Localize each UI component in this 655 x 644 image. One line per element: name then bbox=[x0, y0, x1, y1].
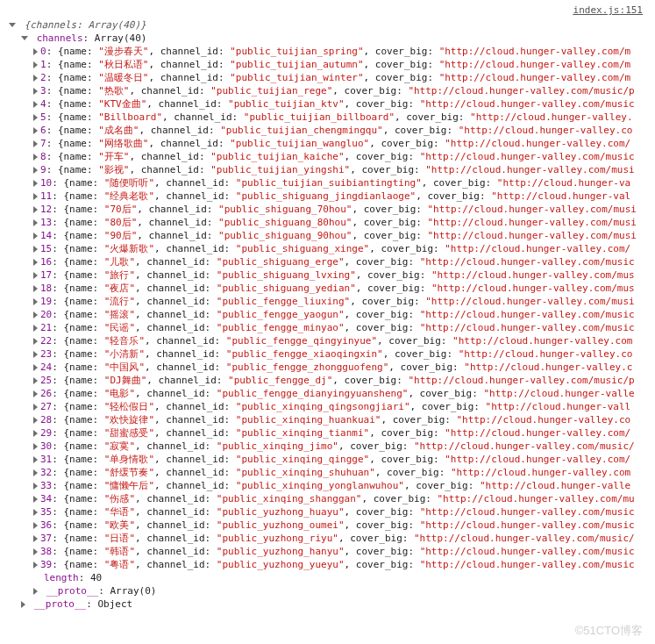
array-item-row[interactable]: 28: {name: "欢快旋律", channel_id: "public_x… bbox=[5, 413, 650, 426]
length-row: length: 40 bbox=[5, 571, 650, 584]
array-item-row[interactable]: 38: {name: "韩语", channel_id: "public_yuz… bbox=[5, 545, 650, 558]
expand-arrow-right-icon[interactable] bbox=[33, 88, 38, 95]
expand-arrow-right-icon[interactable] bbox=[33, 259, 38, 266]
array-item-row[interactable]: 5: {name: "Billboard", channel_id: "publ… bbox=[5, 111, 650, 124]
expand-arrow-right-icon[interactable] bbox=[21, 601, 25, 608]
expand-arrow-right-icon[interactable] bbox=[33, 75, 38, 82]
array-item-row[interactable]: 23: {name: "小清新", channel_id: "public_fe… bbox=[5, 347, 650, 361]
root-object-row[interactable]: {channels: Array(40)} bbox=[5, 18, 650, 32]
expand-arrow-down-icon[interactable] bbox=[21, 36, 28, 40]
expand-arrow-right-icon[interactable] bbox=[33, 535, 38, 542]
array-item-row[interactable]: 11: {name: "经典老歌", channel_id: "public_s… bbox=[5, 190, 650, 203]
expand-arrow-right-icon[interactable] bbox=[33, 206, 38, 213]
array-item-row[interactable]: 10: {name: "随便听听", channel_id: "public_t… bbox=[5, 176, 650, 190]
expand-arrow-right-icon[interactable] bbox=[33, 167, 38, 174]
array-item-row[interactable]: 39: {name: "粤语", channel_id: "public_yuz… bbox=[5, 558, 650, 571]
expand-arrow-right-icon[interactable] bbox=[33, 496, 38, 503]
expand-arrow-right-icon[interactable] bbox=[33, 588, 38, 595]
expand-arrow-down-icon[interactable] bbox=[9, 23, 16, 27]
expand-arrow-right-icon[interactable] bbox=[33, 285, 38, 292]
array-item-row[interactable]: 32: {name: "舒缓节奏", channel_id: "public_x… bbox=[5, 466, 650, 479]
proto-array-row[interactable]: __proto__: Array(0) bbox=[5, 584, 650, 597]
array-item-row[interactable]: 25: {name: "DJ舞曲", channel_id: "public_f… bbox=[5, 374, 650, 387]
array-item-row[interactable]: 15: {name: "火爆新歌", channel_id: "public_s… bbox=[5, 242, 650, 255]
expand-arrow-right-icon[interactable] bbox=[33, 233, 38, 240]
array-item-row[interactable]: 7: {name: "网络歌曲", channel_id: "public_tu… bbox=[5, 137, 650, 150]
array-item-row[interactable]: 21: {name: "民谣", channel_id: "public_fen… bbox=[5, 321, 650, 334]
expand-arrow-right-icon[interactable] bbox=[33, 351, 38, 358]
expand-arrow-right-icon[interactable] bbox=[33, 272, 38, 279]
array-item-row[interactable]: 12: {name: "70后", channel_id: "public_sh… bbox=[5, 203, 650, 216]
expand-arrow-right-icon[interactable] bbox=[33, 193, 38, 200]
expand-arrow-right-icon[interactable] bbox=[33, 456, 38, 463]
array-item-row[interactable]: 17: {name: "旅行", channel_id: "public_shi… bbox=[5, 268, 650, 282]
expand-arrow-right-icon[interactable] bbox=[33, 443, 38, 450]
expand-arrow-right-icon[interactable] bbox=[33, 548, 38, 555]
expand-arrow-right-icon[interactable] bbox=[33, 101, 38, 108]
expand-arrow-right-icon[interactable] bbox=[33, 377, 38, 384]
expand-arrow-right-icon[interactable] bbox=[33, 219, 38, 226]
array-item-row[interactable]: 30: {name: "寂寞", channel_id: "public_xin… bbox=[5, 440, 650, 453]
array-item-row[interactable]: 36: {name: "欧美", channel_id: "public_yuz… bbox=[5, 519, 650, 532]
array-item-row[interactable]: 24: {name: "中国风", channel_id: "public_fe… bbox=[5, 361, 650, 374]
array-item-row[interactable]: 29: {name: "甜蜜感受", channel_id: "public_x… bbox=[5, 426, 650, 440]
array-item-row[interactable]: 26: {name: "电影", channel_id: "public_fen… bbox=[5, 387, 650, 400]
array-item-row[interactable]: 27: {name: "轻松假日", channel_id: "public_x… bbox=[5, 400, 650, 413]
array-item-row[interactable]: 34: {name: "伤感", channel_id: "public_xin… bbox=[5, 492, 650, 505]
expand-arrow-right-icon[interactable] bbox=[33, 338, 38, 345]
expand-arrow-right-icon[interactable] bbox=[33, 127, 38, 134]
expand-arrow-right-icon[interactable] bbox=[33, 154, 38, 161]
expand-arrow-right-icon[interactable] bbox=[33, 562, 38, 569]
array-item-row[interactable]: 19: {name: "流行", channel_id: "public_fen… bbox=[5, 295, 650, 308]
array-item-row[interactable]: 16: {name: "儿歌", channel_id: "public_shi… bbox=[5, 255, 650, 268]
expand-arrow-right-icon[interactable] bbox=[33, 61, 38, 68]
channels-array-row[interactable]: channels: Array(40) bbox=[5, 32, 650, 45]
array-item-row[interactable]: 2: {name: "温暖冬日", channel_id: "public_tu… bbox=[5, 71, 650, 84]
expand-arrow-right-icon[interactable] bbox=[33, 48, 38, 55]
array-item-row[interactable]: 18: {name: "夜店", channel_id: "public_shi… bbox=[5, 282, 650, 295]
array-item-row[interactable]: 3: {name: "热歌", channel_id: "public_tuij… bbox=[5, 84, 650, 97]
source-link[interactable]: index.js:151 bbox=[5, 4, 650, 17]
array-item-row[interactable]: 1: {name: "秋日私语", channel_id: "public_tu… bbox=[5, 58, 650, 71]
expand-arrow-right-icon[interactable] bbox=[33, 509, 38, 516]
expand-arrow-right-icon[interactable] bbox=[33, 140, 38, 147]
array-item-row[interactable]: 14: {name: "90后", channel_id: "public_sh… bbox=[5, 229, 650, 242]
array-items-container: 0: {name: "漫步春天", channel_id: "public_tu… bbox=[5, 45, 650, 571]
expand-arrow-right-icon[interactable] bbox=[33, 311, 38, 318]
expand-arrow-right-icon[interactable] bbox=[33, 483, 38, 490]
array-item-row[interactable]: 9: {name: "影视", channel_id: "public_tuij… bbox=[5, 163, 650, 176]
expand-arrow-right-icon[interactable] bbox=[33, 364, 38, 371]
expand-arrow-right-icon[interactable] bbox=[33, 325, 38, 332]
array-item-row[interactable]: 20: {name: "摇滚", channel_id: "public_fen… bbox=[5, 308, 650, 321]
expand-arrow-right-icon[interactable] bbox=[33, 522, 38, 529]
expand-arrow-right-icon[interactable] bbox=[33, 298, 38, 305]
expand-arrow-right-icon[interactable] bbox=[33, 390, 38, 397]
expand-arrow-right-icon[interactable] bbox=[33, 404, 38, 411]
array-item-row[interactable]: 4: {name: "KTV金曲", channel_id: "public_t… bbox=[5, 97, 650, 111]
array-item-row[interactable]: 22: {name: "轻音乐", channel_id: "public_fe… bbox=[5, 334, 650, 347]
array-item-row[interactable]: 13: {name: "80后", channel_id: "public_sh… bbox=[5, 216, 650, 229]
array-item-row[interactable]: 37: {name: "日语", channel_id: "public_yuz… bbox=[5, 532, 650, 545]
array-item-row[interactable]: 6: {name: "成名曲", channel_id: "public_tui… bbox=[5, 124, 650, 137]
proto-object-row[interactable]: __proto__: Object bbox=[5, 597, 650, 611]
expand-arrow-right-icon[interactable] bbox=[33, 246, 38, 253]
array-item-row[interactable]: 8: {name: "开车", channel_id: "public_tuij… bbox=[5, 150, 650, 163]
array-item-row[interactable]: 33: {name: "慵懒午后", channel_id: "public_x… bbox=[5, 479, 650, 492]
expand-arrow-right-icon[interactable] bbox=[33, 469, 38, 476]
expand-arrow-right-icon[interactable] bbox=[33, 180, 38, 187]
array-item-row[interactable]: 31: {name: "单身情歌", channel_id: "public_x… bbox=[5, 453, 650, 466]
array-item-row[interactable]: 0: {name: "漫步春天", channel_id: "public_tu… bbox=[5, 45, 650, 58]
expand-arrow-right-icon[interactable] bbox=[33, 430, 38, 437]
array-item-row[interactable]: 35: {name: "华语", channel_id: "public_yuz… bbox=[5, 505, 650, 519]
expand-arrow-right-icon[interactable] bbox=[33, 114, 38, 121]
expand-arrow-right-icon[interactable] bbox=[33, 417, 38, 424]
